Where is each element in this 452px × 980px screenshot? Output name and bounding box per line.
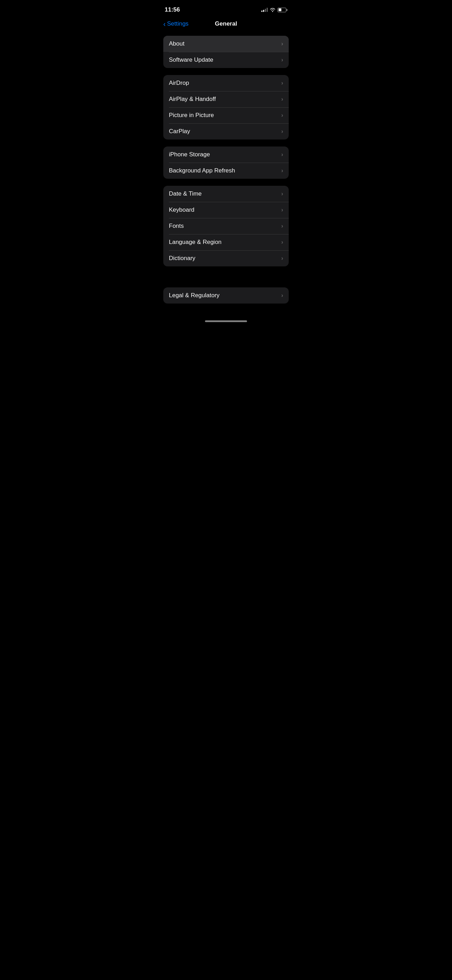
row-label-legal-regulatory: Legal & Regulatory xyxy=(169,292,220,299)
row-label-about: About xyxy=(169,40,184,47)
settings-group-4: Date & Time › Keyboard › Fonts › Languag… xyxy=(163,186,289,266)
settings-row-iphone-storage[interactable]: iPhone Storage › xyxy=(163,146,289,162)
row-label-carplay: CarPlay xyxy=(169,128,190,135)
settings-group-5: Legal & Regulatory › xyxy=(163,287,289,304)
settings-content: About › Software Update › AirDrop › AirP… xyxy=(158,33,294,313)
chevron-icon-software-update: › xyxy=(282,57,283,63)
row-label-software-update: Software Update xyxy=(169,56,213,64)
row-label-fonts: Fonts xyxy=(169,223,184,229)
settings-row-legal-regulatory[interactable]: Legal & Regulatory › xyxy=(163,287,289,304)
settings-row-picture-in-picture[interactable]: Picture in Picture › xyxy=(163,107,289,123)
row-label-picture-in-picture: Picture in Picture xyxy=(169,112,214,119)
home-bar xyxy=(205,320,247,322)
settings-row-carplay[interactable]: CarPlay › xyxy=(163,123,289,140)
row-label-language-region: Language & Region xyxy=(169,239,221,246)
status-bar: 11:56 xyxy=(158,0,294,18)
row-label-airplay-handoff: AirPlay & Handoff xyxy=(169,96,216,103)
chevron-icon-iphone-storage: › xyxy=(282,151,283,158)
back-button[interactable]: ‹ Settings xyxy=(163,20,188,27)
settings-row-keyboard[interactable]: Keyboard › xyxy=(163,202,289,218)
settings-row-background-app-refresh[interactable]: Background App Refresh › xyxy=(163,162,289,179)
chevron-icon-picture-in-picture: › xyxy=(282,112,283,118)
chevron-icon-carplay: › xyxy=(282,128,283,135)
wifi-icon xyxy=(270,8,275,12)
status-time: 11:56 xyxy=(165,6,180,13)
settings-row-date-time[interactable]: Date & Time › xyxy=(163,186,289,202)
home-indicator xyxy=(158,313,294,326)
spacer xyxy=(163,274,289,287)
chevron-icon-keyboard: › xyxy=(282,207,283,213)
signal-icon xyxy=(261,8,268,12)
chevron-icon-airplay-handoff: › xyxy=(282,96,283,102)
back-chevron-icon: ‹ xyxy=(163,20,166,27)
chevron-icon-legal-regulatory: › xyxy=(282,292,283,299)
battery-icon xyxy=(277,8,287,12)
chevron-icon-date-time: › xyxy=(282,191,283,197)
chevron-icon-dictionary: › xyxy=(282,255,283,261)
settings-row-airdrop[interactable]: AirDrop › xyxy=(163,75,289,91)
settings-row-dictionary[interactable]: Dictionary › xyxy=(163,250,289,266)
settings-row-fonts[interactable]: Fonts › xyxy=(163,218,289,234)
settings-row-about[interactable]: About › xyxy=(163,36,289,52)
row-label-airdrop: AirDrop xyxy=(169,80,189,87)
settings-group-2: AirDrop › AirPlay & Handoff › Picture in… xyxy=(163,75,289,140)
settings-row-language-region[interactable]: Language & Region › xyxy=(163,234,289,250)
chevron-icon-background-app-refresh: › xyxy=(282,167,283,174)
settings-row-software-update[interactable]: Software Update › xyxy=(163,52,289,68)
chevron-icon-about: › xyxy=(282,41,283,47)
chevron-icon-language-region: › xyxy=(282,239,283,245)
row-label-background-app-refresh: Background App Refresh xyxy=(169,167,235,174)
row-label-iphone-storage: iPhone Storage xyxy=(169,151,210,158)
row-label-date-time: Date & Time xyxy=(169,190,202,197)
nav-bar: ‹ Settings General xyxy=(158,18,294,33)
row-label-dictionary: Dictionary xyxy=(169,255,196,262)
settings-group-1: About › Software Update › xyxy=(163,36,289,68)
page-title: General xyxy=(215,20,237,27)
settings-row-airplay-handoff[interactable]: AirPlay & Handoff › xyxy=(163,91,289,107)
settings-group-3: iPhone Storage › Background App Refresh … xyxy=(163,146,289,179)
row-label-keyboard: Keyboard xyxy=(169,207,194,213)
status-icons xyxy=(261,8,287,12)
chevron-icon-airdrop: › xyxy=(282,80,283,86)
back-label: Settings xyxy=(167,20,188,27)
chevron-icon-fonts: › xyxy=(282,223,283,229)
